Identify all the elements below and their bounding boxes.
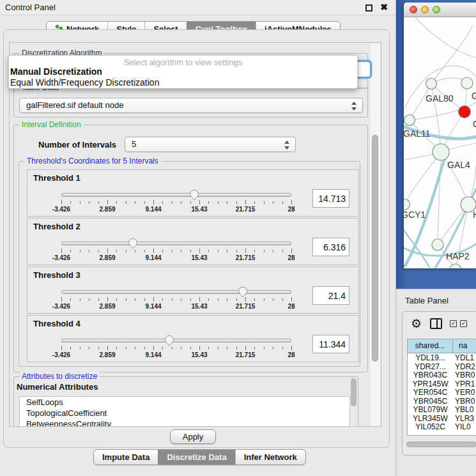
number-of-intervals-combo[interactable]: 5 [125,137,296,152]
table-row[interactable]: YDR27...YDR2 [408,362,476,371]
slider-thumb[interactable] [128,238,138,249]
network-node[interactable] [450,264,461,268]
column-header-name[interactable]: na [453,339,476,353]
slider-thumb[interactable] [164,335,174,346]
threshold-3-slider[interactable]: -3.4262.8599.14415.4321.71528 [61,290,291,312]
checkbox-icon[interactable]: ✓ [460,320,467,327]
table-row[interactable]: YBL079WYBL0 [408,405,476,414]
slider-track[interactable] [61,290,291,294]
threshold-3-value-field[interactable] [312,286,349,305]
slider-tick [107,346,108,350]
slider-track[interactable] [61,193,291,197]
slider-track[interactable] [61,339,291,342]
slider-tick [144,250,145,252]
table-row[interactable]: YBR043CYBR0 [408,371,476,380]
apply-button[interactable]: Apply [170,429,216,444]
table-cell: YIL0 [453,422,476,431]
network-node[interactable] [426,79,437,89]
attribute-list-item[interactable]: BetweennessCentrality [20,418,349,427]
table-row[interactable]: YER054CYER0 [408,388,476,397]
slider-tick [199,200,200,204]
threshold-4-slider[interactable]: -3.4262.8599.14415.4321.71528 [61,339,291,360]
slider-thumb[interactable] [238,286,248,298]
node-attribute-table[interactable]: shared... na YDL19...YDL1YDR27...YDR2YBR… [407,339,476,436]
network-view-window[interactable]: GAL80 GAL11 GAL4 GCY1 HAP2 GA C H [404,3,476,268]
attribute-list-item[interactable]: SelfLoops [20,397,349,408]
slider-scale-label: -3.426 [52,303,70,310]
slider-tick [264,250,265,252]
slider-tick [190,298,191,301]
control-panel: Control Panel ✖ Network Style Select Cyn… [0,0,396,476]
minimize-traffic-light-icon[interactable] [421,6,429,13]
slider-tick [162,347,163,349]
numerical-attributes-label: Numerical Attributes [17,382,98,392]
network-node[interactable] [404,115,415,126]
tab-impute-data[interactable]: Impute Data [94,450,158,464]
network-node[interactable] [404,199,410,210]
settings-scroll-viewport: Discretization Algorithm Table Data galF… [9,42,381,427]
column-header-shared[interactable]: shared... [408,339,453,353]
network-node[interactable] [461,77,473,89]
node-label-partial-h: H [473,210,476,220]
network-node[interactable] [433,144,449,160]
table-data-combo[interactable]: galFiltered.sif default node [19,98,363,113]
table-row[interactable]: YDL19...YDL1 [408,353,476,362]
network-canvas[interactable]: GAL80 GAL11 GAL4 GCY1 HAP2 GA C H [404,17,476,268]
network-node[interactable] [432,239,443,250]
slider-tick [80,201,81,204]
threshold-1-slider[interactable]: -3.4262.8599.14415.4321.71528 [61,193,291,215]
threshold-2-slider[interactable]: -3.4262.8599.14415.4321.71528 [61,242,291,263]
numerical-attributes-list[interactable]: SelfLoopsTopologicalCoefficientBetweenne… [19,396,350,427]
slider-tick [245,200,246,204]
table-cell: YBR0 [453,371,476,380]
slider-tick [172,250,173,252]
slider-track[interactable] [61,242,291,245]
split-table-icon[interactable] [430,318,442,329]
zoom-traffic-light-icon[interactable] [433,6,440,13]
algorithm-dropdown-popup: Select algorithm to view settings Manual… [8,55,358,89]
control-panel-titlebar: Control Panel ✖ [0,0,395,15]
tab-infer-network-label: Infer Network [244,452,297,462]
table-cell: YIL052C [408,422,453,431]
node-label-gal4: GAL4 [447,160,470,170]
attributes-list-scrollbar[interactable] [351,378,357,406]
scrollbar-thumb[interactable] [372,135,378,362]
popup-item-equal-width[interactable]: Equal Width/Frequency Discretization [10,77,159,88]
threshold-1-value-field[interactable] [312,189,349,208]
close-traffic-light-icon[interactable] [410,6,417,13]
table-cell: YBR0 [453,397,476,406]
slider-tick [116,298,117,301]
tab-discretize-data[interactable]: Discretize Data [158,450,234,464]
slider-thumb[interactable] [189,189,199,201]
slider-tick [107,297,108,302]
slider-tick [126,347,127,349]
network-node-selected[interactable] [459,106,471,118]
slider-tick [89,347,89,349]
slider-tick [135,298,135,301]
slider-tick [70,201,71,204]
slider-tick [208,298,209,301]
slider-tick [227,201,227,204]
table-row[interactable]: YIL052CYIL0 [408,422,476,431]
table-horizontal-scrollbar[interactable] [406,441,476,447]
float-window-icon[interactable] [365,4,372,12]
checkbox-icon[interactable]: ✓ [450,320,457,327]
slider-tick [236,298,237,301]
table-row[interactable]: YBR045CYBR0 [408,397,476,406]
gear-icon[interactable]: ⚙ [411,316,422,331]
slider-tick [199,297,200,302]
tab-infer-network[interactable]: Infer Network [235,450,305,464]
threshold-2-value-field[interactable] [312,238,349,256]
threshold-2-panel: Threshold 2 -3.4262.8599.14415.4321.7152… [27,218,359,265]
threshold-4-value-field[interactable] [312,335,349,353]
table-data-combo-value: galFiltered.sif default node [26,100,123,110]
popup-item-manual-discretization[interactable]: Manual Discretization [10,66,102,77]
settings-vertical-scrollbar[interactable] [369,43,380,427]
slider-tick [208,347,209,349]
close-icon[interactable]: ✖ [380,2,388,12]
popup-placeholder-item[interactable]: Select algorithm to view settings [9,58,357,67]
attribute-list-item[interactable]: TopologicalCoefficient [20,408,349,418]
network-window-titlebar[interactable] [404,3,476,17]
table-row[interactable]: YLR345WYLR3 [408,414,476,423]
table-row[interactable]: YPR145WYPR1 [408,380,476,388]
